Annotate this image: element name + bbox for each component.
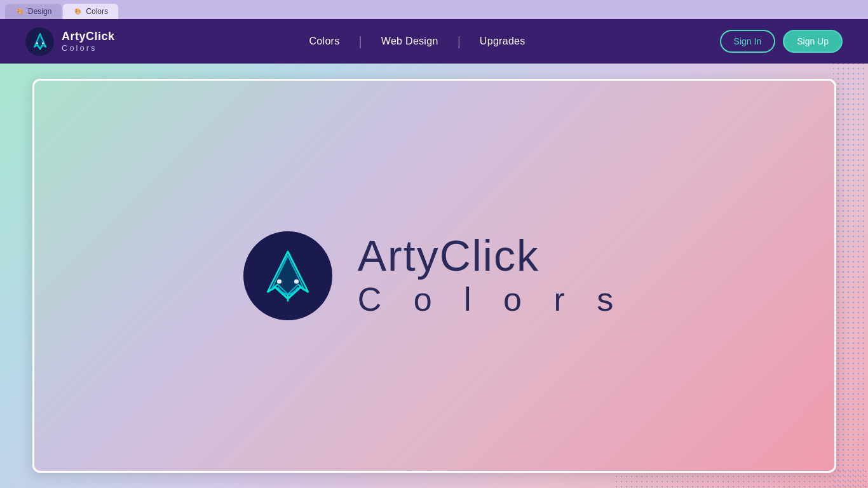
svg-point-10 [277,279,281,283]
design-tab-label: Design [28,7,51,16]
nav-web-design[interactable]: Web Design [362,36,458,47]
signup-button[interactable]: Sign Up [783,30,843,53]
brand: ArtyClick Colors [25,27,115,56]
hero-logo: ArtyClick C o l o r s [243,231,625,320]
nav-upgrades[interactable]: Upgrades [461,36,545,47]
nav-colors[interactable]: Colors [290,36,359,47]
signin-button[interactable]: Sign In [720,30,776,53]
tab-colors[interactable]: 🎨 Colors [63,4,118,19]
hero-title: ArtyClick [358,232,625,280]
colors-tab-favicon: 🎨 [73,7,82,16]
design-tab-favicon: 🎨 [15,7,24,16]
svg-point-2 [36,43,38,44]
hero-logo-text: ArtyClick C o l o r s [358,232,625,319]
brand-logo [25,27,54,56]
hero-logo-circle [243,231,332,320]
dot-grid-right [833,64,868,488]
main-content: ArtyClick C o l o r s [0,64,868,488]
navbar-actions: Sign In Sign Up [720,30,843,53]
tab-design[interactable]: 🎨 Design [5,4,62,19]
hero-subtitle: C o l o r s [358,280,625,319]
tab-bar: 🎨 Design 🎨 Colors [0,0,868,19]
brand-subtitle: Colors [62,43,115,53]
colors-tab-label: Colors [86,7,108,16]
content-card: ArtyClick C o l o r s [32,79,836,473]
brand-text: ArtyClick Colors [62,30,115,53]
navbar-nav: Colors | Web Design | Upgrades [115,34,720,49]
svg-point-11 [294,279,299,283]
navbar: ArtyClick Colors Colors | Web Design | U… [0,19,868,64]
svg-point-3 [42,43,44,44]
brand-name: ArtyClick [62,30,115,43]
